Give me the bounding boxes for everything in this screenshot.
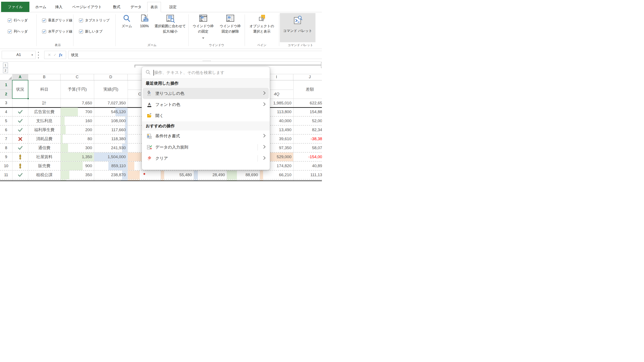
formula-input[interactable]: 状況 [68, 51, 322, 59]
unfreeze-panes-button[interactable]: ウインドウ枠 固定の解除 [217, 14, 243, 34]
cell-J4[interactable]: 154,880 [293, 107, 322, 116]
cell-B1[interactable]: 科目 [28, 80, 60, 99]
formula-bar-handle[interactable] [38, 52, 39, 58]
cell-H11[interactable]: 88,690 [227, 171, 260, 180]
cell-B6[interactable]: 福利厚生費 [28, 125, 60, 134]
checkbox-row-header[interactable]: 行ヘッダ [8, 18, 28, 23]
cell-C4[interactable]: 700 [60, 107, 94, 116]
column-header-A[interactable]: A [12, 74, 28, 80]
outline-level-1-button[interactable]: 1 [3, 63, 8, 68]
checkbox-tab-strip[interactable]: タブストリップ [79, 18, 110, 23]
cell-C6[interactable]: 200 [60, 125, 94, 134]
row-header-5[interactable]: 5 [0, 116, 12, 125]
cell-B4[interactable]: 広告宣伝費 [28, 107, 60, 116]
name-box[interactable]: A1 ▼ [2, 51, 36, 59]
zoom-button[interactable]: ズーム [118, 14, 135, 29]
checkbox-new-tab[interactable]: 新しいタブ [79, 29, 102, 34]
outline-level-2-button[interactable]: 2 [3, 68, 8, 73]
palette-item-data-validation[interactable]: データの入力規則 [143, 142, 269, 153]
confirm-entry-icon[interactable]: ✓ [54, 53, 56, 57]
row-header-9[interactable]: 9 [0, 152, 12, 161]
cell-J3[interactable]: 622,650 [293, 99, 322, 107]
tab-insert[interactable]: 挿入 [52, 2, 66, 12]
command-palette-search[interactable]: 操作、テキスト、その他を検索します [142, 67, 270, 79]
cell-B10[interactable]: 販売費 [28, 161, 60, 171]
tab-home[interactable]: ホーム [32, 2, 49, 12]
cell-C11[interactable]: 350 [60, 171, 94, 180]
palette-item-clear[interactable]: クリア [143, 153, 269, 164]
cell-D4[interactable]: 545,120 [94, 107, 128, 116]
cell-B7[interactable]: 消耗品費 [28, 134, 60, 143]
cell-D7[interactable]: 118,380 [94, 134, 128, 143]
cell-B11[interactable]: 租税公課 [28, 171, 60, 180]
tab-file[interactable]: ファイル [1, 2, 30, 12]
zoom-to-selection-button[interactable]: 選択範囲に合わせて 拡大/縮小 [153, 14, 187, 34]
column-header-C[interactable]: C [60, 74, 94, 80]
palette-item-fill-color[interactable]: 塗りつぶしの色 [143, 88, 269, 99]
cell-B8[interactable]: 通信費 [28, 143, 60, 152]
outline-collapse-button[interactable] [321, 62, 322, 68]
row-header-8[interactable]: 8 [0, 143, 12, 152]
row-header-11[interactable]: 11 [0, 171, 12, 180]
row-header-10[interactable]: 10 [0, 161, 12, 171]
insert-function-icon[interactable]: fx [59, 52, 62, 57]
palette-item-open-folder[interactable]: 開く [143, 110, 269, 121]
tab-page-layout[interactable]: ページレイアウト [69, 2, 105, 12]
tab-formulas[interactable]: 数式 [110, 2, 124, 12]
cell-D8[interactable]: 241,930 [94, 143, 128, 152]
tab-data[interactable]: データ [128, 2, 145, 12]
cell-C1[interactable]: 予算(千円) [60, 80, 94, 99]
cell-B5[interactable]: 支払利息 [28, 116, 60, 125]
cell-C7[interactable]: 80 [60, 134, 94, 143]
cell-D9[interactable]: 1,504,000 [94, 152, 128, 161]
cell-J5[interactable]: 52,000 [293, 116, 322, 125]
cell-J1[interactable]: 差額 [293, 80, 322, 99]
column-header-D[interactable]: D [94, 74, 128, 80]
cell-J7[interactable]: -38,380 [293, 134, 322, 143]
cell-D3[interactable]: 7,027,350 [94, 99, 128, 107]
cell-G11[interactable]: 28,490 [194, 171, 227, 180]
name-box-dropdown-icon[interactable]: ▼ [31, 54, 33, 56]
tab-view[interactable]: 表示 [147, 2, 161, 12]
cell-B9[interactable]: 社屋賃料 [28, 152, 60, 161]
cell-J9[interactable]: -154,000 [293, 152, 322, 161]
cell-C8[interactable]: 300 [60, 143, 94, 152]
cell-D10[interactable]: 859,110 [94, 161, 128, 171]
select-all-corner[interactable] [0, 74, 12, 80]
column-header-J[interactable]: J [293, 74, 322, 80]
palette-item-font-color[interactable]: A フォントの色 [143, 99, 269, 110]
freeze-panes-button[interactable]: ウインドウ枠 の固定 [190, 14, 216, 40]
row-header-1[interactable]: 1 [0, 80, 12, 90]
cell-C10[interactable]: 900 [60, 161, 94, 171]
row-header-3[interactable]: 3 [0, 99, 12, 107]
cell-J10[interactable]: 40,890 [293, 161, 322, 171]
row-header-2[interactable]: 2 [0, 90, 12, 99]
selection-fill-handle[interactable] [27, 98, 29, 99]
cell-C5[interactable]: 160 [60, 116, 94, 125]
cell-D6[interactable]: 117,660 [94, 125, 128, 134]
palette-item-conditional-format[interactable]: ≠条件付き書式 [143, 131, 269, 142]
zoom-100-button[interactable]: 100 100% [136, 14, 152, 29]
checkbox-col-header[interactable]: 列ヘッダ [8, 29, 28, 34]
cell-F11[interactable]: 55,480 [161, 171, 194, 180]
cell-D5[interactable]: 108,000 [94, 116, 128, 125]
column-header-B[interactable]: B [28, 74, 60, 80]
row-header-4[interactable]: 4 [0, 107, 12, 116]
row-header-6[interactable]: 6 [0, 125, 12, 134]
cell-D11[interactable]: 238,870 [94, 171, 128, 180]
checkbox-vertical-gridline[interactable]: 垂直グリッド線 [42, 18, 72, 23]
checkbox-horizontal-gridline[interactable]: 水平グリッド線 [42, 29, 72, 34]
cell-C9[interactable]: 1,350 [60, 152, 94, 161]
cell-D1[interactable]: 実績(円) [94, 80, 128, 99]
cancel-entry-icon[interactable]: ✕ [48, 53, 51, 57]
selection-pane-button[interactable]: オブジェクトの 選択と表示 [247, 14, 277, 34]
command-palette-button[interactable]: コマンド パレット [280, 13, 316, 42]
cell-J6[interactable]: 82,340 [293, 125, 322, 134]
cell-J8[interactable]: 58,070 [293, 143, 322, 152]
cell-I11[interactable]: 66,210 [260, 171, 293, 180]
row-header-7[interactable]: 7 [0, 134, 12, 143]
cell-B3[interactable]: 計 [28, 99, 60, 107]
tab-settings[interactable]: 設定 [166, 2, 180, 12]
cell-C3[interactable]: 7,650 [60, 99, 94, 107]
cell-J11[interactable]: 111,130 [293, 171, 322, 180]
